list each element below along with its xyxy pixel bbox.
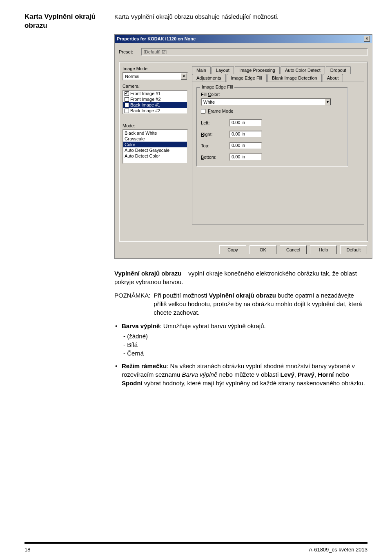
footer: 18 A-61809_cs květen 2013 [24, 547, 368, 553]
checkbox-icon[interactable] [125, 103, 129, 107]
bottom-label: Bottom: [201, 155, 225, 160]
tab-dropout[interactable]: Dropout [326, 66, 351, 74]
camera-item[interactable]: Front Image #1 [123, 91, 187, 96]
checkbox-icon[interactable] [125, 91, 129, 96]
camera-item-label: Back Image #1 [130, 102, 160, 107]
note-block: POZNÁMKA: Při použití možnosti Vyplnění … [114, 291, 368, 317]
camera-item-label: Back Image #2 [130, 108, 160, 113]
tab-main[interactable]: Main [192, 66, 211, 74]
tab-panel: Image Edge Fill Fill Color: White ▼ Fram… [192, 82, 364, 224]
camera-item[interactable]: Back Image #1 [123, 102, 187, 108]
b2-c3: nebo [334, 371, 349, 378]
camera-listbox[interactable]: Front Image #1Front Image #2Back Image #… [122, 90, 188, 114]
chevron-down-icon[interactable]: ▼ [181, 73, 187, 80]
page-number: 18 [24, 547, 30, 553]
image-edge-fill-group: Image Edge Fill Fill Color: White ▼ Fram… [196, 87, 347, 166]
note-strong: Vyplnění okrajů obrazu [209, 292, 276, 299]
mode-item[interactable]: Color [123, 142, 187, 147]
b2-c1: , [294, 371, 298, 378]
para-vyplneni: Vyplnění okrajů obrazu – vyplní okraje k… [114, 269, 368, 286]
close-icon[interactable]: × [364, 36, 370, 42]
b2-pravy: Pravý [298, 371, 314, 378]
checkbox-icon[interactable] [125, 97, 129, 102]
doc-id: A-61809_cs květen 2013 [309, 547, 368, 553]
bottom-input[interactable]: 0.00 in [229, 153, 262, 161]
b2-spodni: Spodní [122, 380, 143, 387]
fill-color-options: - (žádné) - Bílá - Černá [122, 332, 368, 358]
tab-blank-image-detection[interactable]: Blank Image Detection [267, 74, 322, 82]
fill-color-value: White [203, 100, 215, 104]
left-label: Left: [201, 120, 225, 125]
b1-rest: : Umožňuje vybrat barvu výplně okrajů. [160, 322, 265, 329]
body-text: Vyplnění okrajů obrazu – vyplní okraje k… [114, 269, 368, 387]
dialog-title: Properties for KODAK i1120 on None [117, 36, 196, 41]
dialog-button-row: CopyOKCancelHelpDefault [119, 245, 368, 254]
tab-image-edge-fill[interactable]: Image Edge Fill [227, 74, 267, 82]
b1-strong: Barva výplně [122, 322, 160, 329]
ok-button[interactable]: OK [249, 245, 276, 254]
note-body: Při použití možnosti Vyplnění okrajů obr… [154, 291, 368, 317]
preset-label: Preset: [119, 49, 133, 54]
mode-item[interactable]: Auto Detect Grayscale [123, 147, 187, 153]
camera-item[interactable]: Back Image #2 [123, 108, 187, 113]
bullet-frame-mode: Režim rámečku: Na všech stranách obrázku… [114, 362, 368, 387]
camera-item-label: Front Image #2 [130, 97, 161, 102]
cancel-button[interactable]: Cancel [280, 245, 307, 254]
opt-white: - Bílá [122, 340, 368, 349]
tab-layout[interactable]: Layout [212, 66, 234, 74]
top-label: Top: [201, 143, 225, 148]
image-mode-label: Image Mode [122, 66, 188, 71]
b2-b: nebo můžete v oblasti [217, 371, 280, 378]
b2-em: Barva výplně [182, 371, 218, 378]
camera-item[interactable]: Front Image #2 [123, 96, 187, 102]
properties-dialog: Properties for KODAK i1120 on None × Pre… [114, 34, 372, 259]
fill-color-combo[interactable]: White ▼ [201, 98, 332, 106]
b2-c: vybrat hodnoty, které mají být vyplněny … [143, 380, 365, 387]
image-mode-value: Normal [125, 74, 139, 79]
camera-item-label: Front Image #1 [130, 91, 161, 96]
section-heading: Karta Vyplnění okrajů obrazu [24, 12, 106, 30]
chevron-down-icon[interactable]: ▼ [325, 99, 331, 105]
default-button[interactable]: Default [340, 245, 367, 254]
group-legend: Image Edge Fill [200, 84, 234, 89]
mode-item[interactable]: Auto Detect Color [123, 153, 187, 159]
fill-color-label: Fill Color: [201, 92, 343, 97]
image-mode-combo[interactable]: Normal ▼ [122, 72, 188, 80]
b2-levy: Levý [281, 371, 294, 378]
intro-text: Karta Vyplnění okrajů obrazu obsahuje ná… [114, 12, 368, 30]
bullet-fill-color: Barva výplně: Umožňuje vybrat barvu výpl… [114, 322, 368, 358]
mode-label: Mode: [122, 123, 188, 128]
copy-button[interactable]: Copy [219, 245, 246, 254]
checkbox-icon[interactable] [125, 109, 129, 113]
note-label: POZNÁMKA: [114, 291, 150, 317]
tabs-row-1: MainLayoutImage ProcessingAuto Color Det… [192, 66, 364, 74]
frame-mode-label: Frame Mode [208, 109, 233, 113]
right-label: Right: [201, 132, 225, 137]
tab-about[interactable]: About [323, 74, 343, 82]
b2-horni: Horní [318, 371, 334, 378]
b2-strong: Režim rámečku [122, 362, 167, 369]
tab-adjustments[interactable]: Adjustments [192, 74, 226, 82]
footer-rule [24, 542, 368, 544]
mode-item[interactable]: Black and White [123, 130, 187, 136]
preset-field[interactable]: [Default] [2] [141, 48, 368, 56]
tab-image-processing[interactable]: Image Processing [235, 66, 280, 74]
opt-none: - (žádné) [122, 332, 368, 340]
tab-auto-color-detect[interactable]: Auto Color Detect [281, 66, 325, 74]
right-input[interactable]: 0.00 in [229, 131, 262, 138]
top-input[interactable]: 0.00 in [229, 142, 262, 149]
tabs-row-2: AdjustmentsImage Edge FillBlank Image De… [192, 74, 364, 82]
help-button[interactable]: Help [310, 245, 337, 254]
frame-mode-checkbox[interactable] [201, 109, 205, 113]
mode-listbox[interactable]: Black and WhiteGrayscaleColorAuto Detect… [122, 129, 188, 164]
mode-item[interactable]: Grayscale [123, 136, 187, 142]
camera-label: Camera: [122, 84, 188, 89]
note-a: Při použití možnosti [154, 292, 209, 299]
para-strong: Vyplnění okrajů obrazu [114, 270, 181, 277]
opt-black: - Černá [122, 349, 368, 358]
dialog-titlebar: Properties for KODAK i1120 on None × [115, 35, 372, 43]
left-input[interactable]: 0.00 in [229, 119, 262, 127]
